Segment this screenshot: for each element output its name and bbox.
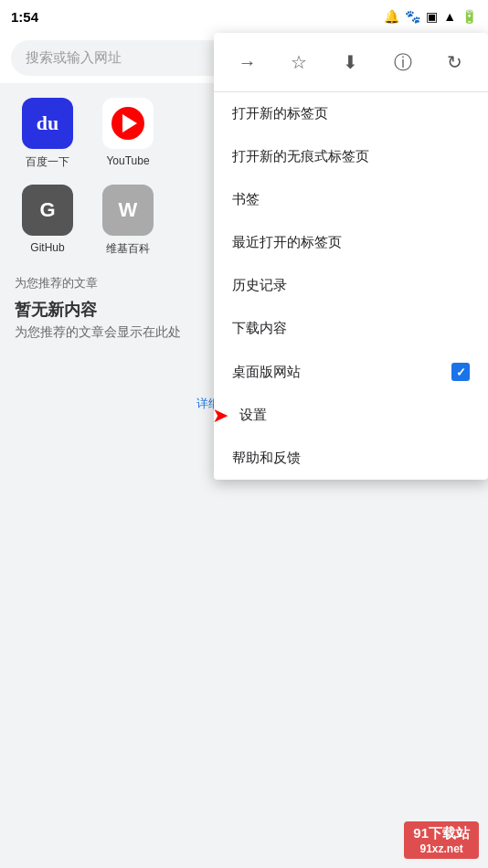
desktop-site-checkbox[interactable]: ✓ [451, 363, 470, 381]
toolbar-download-btn[interactable]: ⬇ [333, 44, 369, 80]
quick-icon-wikipedia[interactable]: W 维基百科 [95, 185, 161, 257]
status-icons: 🔔 🐾 ▣ ▲ 🔋 [384, 9, 477, 24]
menu-item-recent-tabs[interactable]: 最近打开的标签页 [214, 221, 488, 264]
menu-item-help[interactable]: 帮助和反馈 [214, 437, 488, 480]
status-bar: 1:54 🔔 🐾 ▣ ▲ 🔋 [0, 0, 488, 33]
youtube-icon-circle [102, 98, 154, 149]
address-bar-placeholder: 搜索或输入网址 [26, 49, 122, 67]
wiki-icon-circle: W [102, 185, 154, 236]
screen-icon: ▣ [426, 9, 438, 24]
wiki-label: 维基百科 [95, 241, 161, 257]
menu-toolbar: → ☆ ⬇ ⓘ ↻ [214, 33, 488, 92]
menu-item-downloads[interactable]: 下载内容 [214, 307, 488, 350]
youtube-label: YouTube [95, 154, 161, 167]
quick-icon-github[interactable]: G GitHub [15, 185, 80, 257]
menu-item-new-tab[interactable]: 打开新的标签页 [214, 92, 488, 135]
quick-icon-youtube[interactable]: YouTube [95, 98, 161, 170]
status-time: 1:54 [11, 9, 38, 25]
baidu-icon-circle: du [22, 98, 73, 149]
battery-icon: 🔋 [461, 9, 477, 24]
watermark: 91下载站 91xz.net [404, 821, 479, 859]
github-label: GitHub [15, 241, 80, 254]
menu-item-desktop-site[interactable]: 桌面版网站 ✓ [214, 350, 488, 394]
github-icon-circle: G [22, 185, 73, 236]
menu-item-settings[interactable]: ➤ 设置 [214, 394, 488, 437]
alert-icon: 🐾 [405, 9, 420, 24]
toolbar-bookmark-btn[interactable]: ☆ [281, 44, 317, 80]
baidu-label: 百度一下 [15, 154, 80, 170]
menu-item-bookmarks[interactable]: 书签 [214, 178, 488, 221]
youtube-play-icon [122, 114, 137, 132]
notification-icon: 🔔 [384, 9, 399, 24]
menu-item-incognito[interactable]: 打开新的无痕式标签页 [214, 135, 488, 178]
red-arrow-icon: ➤ [214, 404, 228, 428]
watermark-line1: 91下载站 [413, 825, 470, 842]
toolbar-forward-btn[interactable]: → [228, 44, 265, 80]
dropdown-menu: → ☆ ⬇ ⓘ ↻ 打开新的标签页 打开新的无痕式标签页 书签 最近打开的标签页… [214, 33, 488, 480]
youtube-icon-bg [111, 107, 144, 140]
watermark-line2: 91xz.net [419, 842, 462, 855]
menu-item-history[interactable]: 历史记录 [214, 264, 488, 307]
toolbar-info-btn[interactable]: ⓘ [385, 44, 421, 80]
quick-icon-baidu[interactable]: du 百度一下 [15, 98, 80, 170]
checkmark-icon: ✓ [456, 365, 466, 379]
wifi-icon: ▲ [443, 9, 456, 24]
toolbar-refresh-btn[interactable]: ↻ [437, 44, 473, 80]
